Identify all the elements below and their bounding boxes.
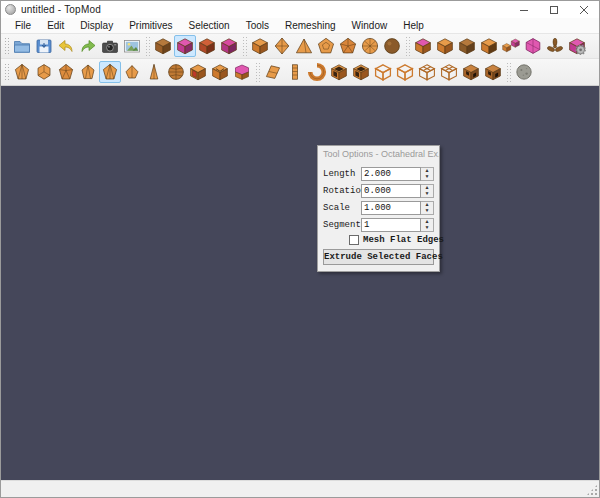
tool-spiral-button[interactable] (306, 61, 328, 83)
redo-icon (78, 36, 98, 56)
tool-bevel-slab-button[interactable] (262, 61, 284, 83)
menu-item-tools[interactable]: Tools (238, 19, 277, 32)
tool-v-face-cube-button[interactable] (209, 61, 231, 83)
menu-item-help[interactable]: Help (395, 19, 432, 32)
object-double-cube-icon (501, 36, 521, 56)
tool-red-face-cube-button[interactable] (187, 61, 209, 83)
extrude-dome-icon (166, 62, 186, 82)
mesh-flat-edges-label: Mesh Flat Edges (363, 235, 444, 245)
extrude-selected-faces-button[interactable]: Extrude Selected Faces (323, 249, 434, 265)
mode-red-cube-icon (197, 36, 217, 56)
primitive-tetrahedron-button[interactable] (293, 35, 315, 57)
mesh-flat-edges-checkbox[interactable] (349, 235, 359, 245)
tool-v-face-cube-icon (210, 62, 230, 82)
tool-hole-cube-1-button[interactable] (460, 61, 482, 83)
tool-hole-cube-2-icon (483, 62, 503, 82)
mode-brown-cube-button[interactable] (152, 35, 174, 57)
screenshot-viewport-button[interactable] (121, 35, 143, 57)
tool-red-face-cube-icon (188, 62, 208, 82)
primitive-cube-button[interactable] (249, 35, 271, 57)
tool-hole-cube-2-button[interactable] (482, 61, 504, 83)
tool-wireframe-cube-4-button[interactable] (438, 61, 460, 83)
extrude-double-stellate-button[interactable] (143, 61, 165, 83)
menu-item-display[interactable]: Display (72, 19, 121, 32)
scale-label: Scale (323, 203, 361, 213)
menu-item-selection[interactable]: Selection (181, 19, 238, 32)
toolbar-tools (1, 59, 599, 86)
scale-input[interactable] (361, 201, 421, 215)
menu-item-primitives[interactable]: Primitives (121, 19, 180, 32)
object-orange-cube-button[interactable] (434, 35, 456, 57)
mode-red-cube-button[interactable] (196, 35, 218, 57)
tool-rock-button[interactable] (513, 61, 535, 83)
resize-grip[interactable] (586, 484, 598, 496)
object-pink-dodecahedron-button[interactable] (522, 35, 544, 57)
mode-magenta-cube-button[interactable] (218, 35, 240, 57)
open-file-button[interactable] (11, 35, 33, 57)
save-file-button[interactable] (33, 35, 55, 57)
menu-item-remeshing[interactable]: Remeshing (277, 19, 344, 32)
menu-item-edit[interactable]: Edit (39, 19, 72, 32)
extrude-icosahedral-button[interactable] (77, 61, 99, 83)
primitive-geodesic-sphere-icon (360, 36, 380, 56)
toolbar-drag-handle[interactable] (4, 63, 9, 81)
primitive-dodecahedron-button[interactable] (315, 35, 337, 57)
extrude-stellate-icon (122, 62, 142, 82)
length-input[interactable] (361, 167, 421, 181)
screenshot-camera-button[interactable] (99, 35, 121, 57)
tool-column-icon (285, 62, 305, 82)
object-pink-orange-cube-button[interactable] (412, 35, 434, 57)
rotation-spin-down-button[interactable]: ▼ (421, 191, 433, 197)
tool-wireframe-cube-3-button[interactable] (416, 61, 438, 83)
primitive-tetrahedron-icon (294, 36, 314, 56)
tool-column-button[interactable] (284, 61, 306, 83)
extrude-stellate-button[interactable] (121, 61, 143, 83)
primitive-icosahedron-button[interactable] (337, 35, 359, 57)
minimize-button[interactable] (509, 1, 539, 18)
close-button[interactable] (569, 1, 599, 18)
object-dark-face-cube-button[interactable] (478, 35, 500, 57)
extrude-doo-sabin-button[interactable] (11, 61, 33, 83)
length-spin-down-button[interactable]: ▼ (421, 174, 433, 180)
menu-item-file[interactable]: File (7, 19, 39, 32)
rotation-input[interactable] (361, 184, 421, 198)
object-orange-cube-icon (435, 36, 455, 56)
primitive-sphere-button[interactable] (381, 35, 403, 57)
tool-wireframe-cube-2-button[interactable] (394, 61, 416, 83)
toolbar-drag-handle[interactable] (4, 37, 9, 55)
maximize-button[interactable] (539, 1, 569, 18)
mode-pink-cube-icon (175, 36, 195, 56)
window-title: untitled - TopMod (21, 4, 101, 15)
segments-spin-down-button[interactable]: ▼ (421, 225, 433, 231)
undo-button[interactable] (55, 35, 77, 57)
scale-spin-down-button[interactable]: ▼ (421, 208, 433, 214)
viewport-3d[interactable]: Tool Options - Octahedral Ex... Length▲▼… (1, 86, 599, 480)
extrude-cubical-button[interactable] (33, 61, 55, 83)
object-double-cube-button[interactable] (500, 35, 522, 57)
menu-item-window[interactable]: Window (344, 19, 396, 32)
mesh-flat-edges-row: Mesh Flat Edges (349, 235, 434, 245)
extrude-octahedral-button[interactable] (99, 61, 121, 83)
redo-button[interactable] (77, 35, 99, 57)
segments-label: Segments (323, 220, 361, 230)
mode-pink-cube-button[interactable] (174, 35, 196, 57)
primitive-octahedron-icon (272, 36, 292, 56)
tool-wireframe-cube-1-button[interactable] (372, 61, 394, 83)
primitive-geodesic-sphere-button[interactable] (359, 35, 381, 57)
toolbar-main (1, 34, 599, 59)
object-gear-cube-button[interactable] (566, 35, 588, 57)
extrude-dodecahedral-button[interactable] (55, 61, 77, 83)
segments-input[interactable] (361, 218, 421, 232)
tool-wireframe-cube-3-icon (417, 62, 437, 82)
open-file-icon (12, 36, 32, 56)
object-propeller-button[interactable] (544, 35, 566, 57)
primitive-octahedron-button[interactable] (271, 35, 293, 57)
tool-hollow-cube-2-button[interactable] (350, 61, 372, 83)
tool-hollow-cube-2-icon (351, 62, 371, 82)
object-brown-cube-button[interactable] (456, 35, 478, 57)
tool-hollow-cube-1-button[interactable] (328, 61, 350, 83)
tool-pink-hex-prism-button[interactable] (231, 61, 253, 83)
extrude-cubical-icon (34, 62, 54, 82)
extrude-dome-button[interactable] (165, 61, 187, 83)
rotation-label: Rotation (323, 186, 361, 196)
